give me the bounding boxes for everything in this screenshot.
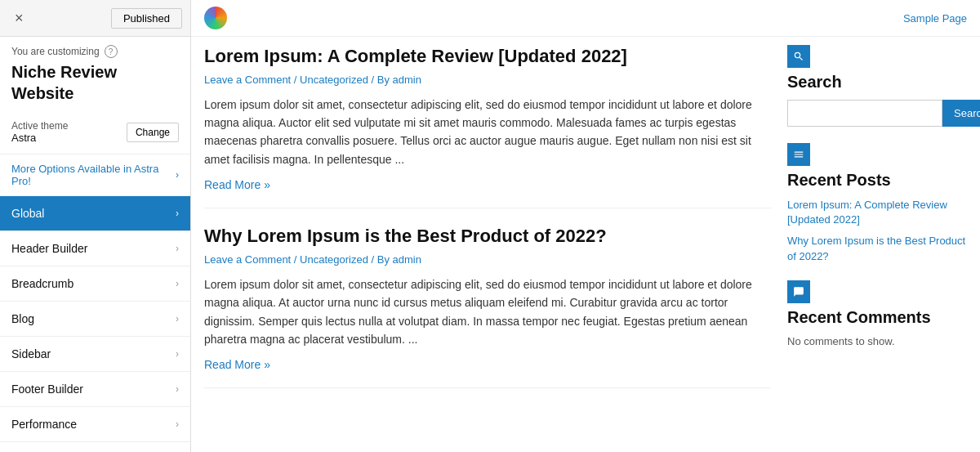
chevron-icon: › [176, 208, 179, 219]
sample-page-link[interactable]: Sample Page [903, 12, 967, 25]
chevron-icon: › [176, 278, 179, 289]
search-row: Search [787, 100, 967, 127]
read-more-link[interactable]: Read More » [204, 178, 270, 191]
chevron-icon: › [176, 418, 179, 430]
search-widget-icon [787, 45, 810, 68]
content-area: Lorem Ipsum: A Complete Review [Updated … [191, 37, 980, 413]
recent-posts-list: Lorem Ipsum: A Complete Review [Updated … [787, 198, 967, 264]
recent-post-link[interactable]: Lorem Ipsum: A Complete Review [Updated … [787, 198, 967, 227]
post-title: Lorem Ipsum: A Complete Review [Updated … [204, 45, 771, 69]
recent-posts-title: Recent Posts [787, 171, 967, 190]
recent-posts-widget: Recent Posts Lorem Ipsum: A Complete Rev… [787, 143, 967, 264]
sidebar-item-sidebar[interactable]: Sidebar› [0, 337, 190, 372]
astra-pro-chevron-icon: › [176, 169, 179, 181]
active-theme-label: Active theme [11, 120, 68, 132]
sidebar-item-label: Global [11, 207, 44, 220]
post-excerpt: Lorem ipsum dolor sit amet, consectetur … [204, 275, 771, 349]
help-icon[interactable]: ? [105, 45, 118, 58]
sidebar-item-label: Sidebar [11, 347, 51, 360]
post-meta: Leave a Comment / Uncategorized / By adm… [204, 253, 771, 266]
customizer-panel: × Published You are customizing ? Niche … [0, 0, 191, 452]
sidebar-item-label: Breadcrumb [11, 277, 74, 290]
sidebar-item-label: Blog [11, 312, 34, 325]
site-name: Niche Review Website [0, 61, 190, 114]
site-topbar: Sample Page [191, 0, 980, 37]
read-more-link[interactable]: Read More » [204, 358, 270, 371]
sidebar-item-label: Footer Builder [11, 383, 83, 396]
chevron-icon: › [176, 313, 179, 324]
customizer-menu: Global›Header Builder›Breadcrumb›Blog›Si… [0, 196, 190, 452]
recent-posts-widget-icon [787, 143, 810, 166]
chevron-icon: › [176, 243, 179, 254]
theme-name: Astra [11, 132, 68, 144]
active-theme-row: Active theme Astra Change [0, 114, 190, 154]
recent-post-link[interactable]: Why Lorem Ipsum is the Best Product of 2… [787, 234, 967, 263]
post-article: Why Lorem Ipsum is the Best Product of 2… [204, 225, 771, 388]
change-theme-button[interactable]: Change [127, 123, 179, 142]
search-widget-title: Search [787, 73, 967, 92]
sidebar-item-performance[interactable]: Performance› [0, 407, 190, 442]
site-main: Sample Page Lorem Ipsum: A Complete Revi… [191, 0, 980, 452]
sidebar-item-blog[interactable]: Blog› [0, 302, 190, 337]
recent-comments-widget-icon [787, 280, 810, 303]
sidebar-item-footer-builder[interactable]: Footer Builder› [0, 372, 190, 407]
sidebar-item-label: Performance [11, 418, 77, 431]
chevron-icon: › [176, 383, 179, 395]
post-excerpt: Lorem ipsum dolor sit amet, consectetur … [204, 96, 771, 169]
recent-comments-widget: Recent Comments No comments to show. [787, 280, 967, 347]
published-button[interactable]: Published [111, 8, 182, 29]
post-article: Lorem Ipsum: A Complete Review [Updated … [204, 45, 771, 208]
sidebar-item-site-identity[interactable]: Site Identity› [0, 442, 190, 452]
post-meta: Leave a Comment / Uncategorized / By adm… [204, 74, 771, 86]
astra-pro-banner[interactable]: More Options Available in Astra Pro! › [0, 154, 190, 196]
close-button[interactable]: × [8, 7, 30, 30]
no-comments: No comments to show. [787, 335, 967, 347]
you-are-customizing: You are customizing ? [0, 37, 190, 61]
sidebar-column: Search Search Recent Posts Lorem Ipsum: … [787, 45, 967, 405]
sidebar-item-global[interactable]: Global› [0, 196, 190, 231]
search-input[interactable] [787, 100, 942, 127]
sidebar-item-label: Header Builder [11, 242, 87, 255]
site-logo-icon [204, 7, 227, 29]
search-button[interactable]: Search [942, 100, 980, 127]
astra-pro-label: More Options Available in Astra Pro! [11, 163, 176, 187]
sidebar-item-breadcrumb[interactable]: Breadcrumb› [0, 266, 190, 302]
customizer-header: × Published [0, 0, 190, 37]
chevron-icon: › [176, 348, 179, 360]
sidebar-item-header-builder[interactable]: Header Builder› [0, 231, 190, 266]
site-preview: Sample Page Lorem Ipsum: A Complete Revi… [191, 0, 980, 452]
post-title: Why Lorem Ipsum is the Best Product of 2… [204, 225, 771, 248]
search-widget: Search Search [787, 45, 967, 127]
posts-column: Lorem Ipsum: A Complete Review [Updated … [204, 45, 771, 405]
recent-comments-title: Recent Comments [787, 308, 967, 327]
